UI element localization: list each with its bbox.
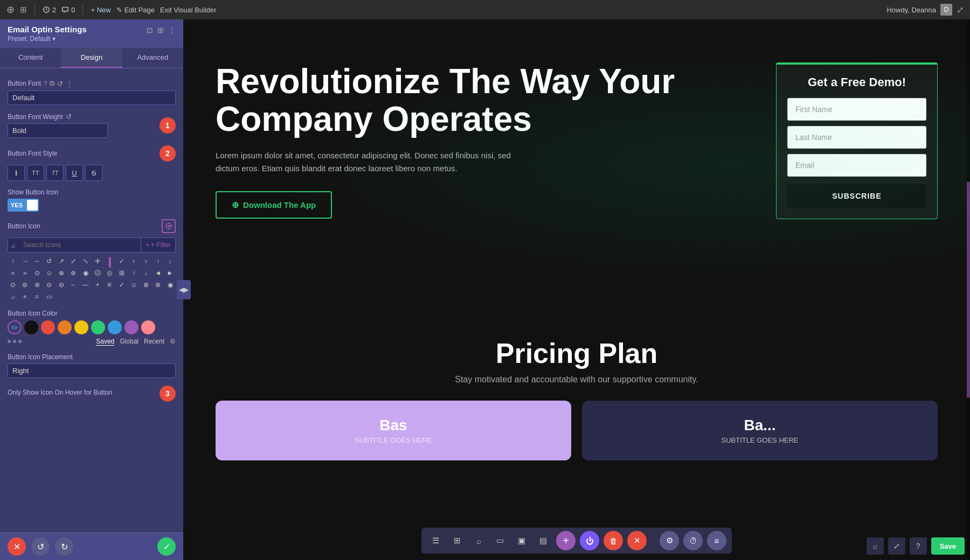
icon-cell[interactable]: ⌖ xyxy=(19,291,30,302)
rt-expand-icon[interactable]: ⤢ xyxy=(888,537,905,555)
icon-target-picker[interactable] xyxy=(162,219,176,233)
icon-cell[interactable]: ◎ xyxy=(104,268,115,278)
color-swatch-black[interactable] xyxy=(24,320,38,334)
icon-cell[interactable]: ⊛ xyxy=(68,268,79,278)
tt-button[interactable]: TT xyxy=(27,165,44,181)
reset-icon-weight[interactable]: ↺ xyxy=(66,113,72,121)
color-swatch-blue[interactable] xyxy=(108,320,122,334)
cancel-button[interactable]: ✕ xyxy=(8,537,26,556)
site-icon[interactable]: ⊞ xyxy=(20,5,27,15)
adjust-button[interactable]: ≡ xyxy=(707,531,726,550)
icon-cell[interactable]: ↔ xyxy=(32,256,43,267)
subscribe-button[interactable]: SUBSCRIBE xyxy=(787,184,926,208)
panel-icon1[interactable]: ⊡ xyxy=(147,26,153,34)
icon-cell[interactable]: ⌗ xyxy=(32,291,43,302)
underline-button[interactable]: U xyxy=(66,165,83,181)
icon-cell[interactable]: ✓ xyxy=(116,256,127,267)
exit-builder-button[interactable]: Exit Visual Builder xyxy=(160,6,217,14)
icon-cell[interactable]: — xyxy=(80,279,91,290)
icon-cell[interactable]: ☺ xyxy=(128,279,139,290)
icon-cell[interactable]: ☺ xyxy=(44,268,54,278)
new-button[interactable]: + New xyxy=(91,6,110,14)
tab-advanced[interactable]: Advanced xyxy=(122,48,183,68)
icon-cell[interactable]: ↑ xyxy=(8,256,18,267)
power-button[interactable]: ⏻ xyxy=(580,531,599,550)
comments-counter[interactable]: 0 xyxy=(61,6,75,14)
history-button[interactable]: ⏱ xyxy=(683,531,703,550)
icon-cell[interactable]: ↑ xyxy=(153,256,163,267)
icon-cell[interactable]: ↺ xyxy=(44,256,54,267)
icon-cell[interactable]: ⊙ xyxy=(8,279,18,290)
icon-cell[interactable]: ☹ xyxy=(92,268,103,278)
icon-cell[interactable]: ⌕ xyxy=(8,291,18,302)
icon-cell[interactable]: ✕ xyxy=(104,279,115,290)
rt-help-icon[interactable]: ? xyxy=(910,537,927,555)
toolbar-monitor-icon[interactable]: ▭ xyxy=(491,532,509,549)
icon-cell[interactable]: ‹ xyxy=(128,256,139,267)
icon-cell[interactable]: » xyxy=(19,268,30,278)
toolbar-tablet-icon[interactable]: ▣ xyxy=(513,532,530,549)
add-module-button[interactable]: + xyxy=(556,531,576,550)
last-name-input[interactable] xyxy=(787,126,926,149)
collapse-panel-button[interactable]: ◀ ▶ xyxy=(177,280,191,299)
color-swatch-orange[interactable] xyxy=(58,320,72,334)
help-icon-font[interactable]: ? xyxy=(44,80,47,87)
first-name-input[interactable] xyxy=(787,98,926,121)
icon-cell[interactable]: ⊖ xyxy=(56,279,67,290)
icon-cell[interactable]: « xyxy=(8,268,18,278)
edit-page-button[interactable]: ✎ Edit Page xyxy=(116,6,155,14)
icon-cell[interactable]: ⊕ xyxy=(141,279,151,290)
icon-cell[interactable]: ⤡ xyxy=(80,256,91,267)
search-icons-input[interactable] xyxy=(19,238,141,252)
filter-button[interactable]: + + Filter xyxy=(141,238,175,252)
font-weight-input[interactable] xyxy=(8,123,108,138)
scrollbar-thumb[interactable] xyxy=(967,181,970,398)
color-settings-icon[interactable]: ⚙ xyxy=(170,338,176,346)
strikethrough-button[interactable]: S xyxy=(85,165,102,181)
panel-icon3[interactable]: ⋮ xyxy=(168,26,176,34)
tab-content[interactable]: Content xyxy=(0,48,61,68)
revisions-counter[interactable]: 2 xyxy=(43,6,56,14)
icon-cell[interactable]: ↓ xyxy=(141,268,151,278)
copy-icon-font[interactable]: ⧉ xyxy=(50,79,54,88)
toolbar-grid-icon[interactable]: ⊞ xyxy=(448,532,466,549)
topbar-expand-icon[interactable]: ⤢ xyxy=(957,5,964,15)
color-swatch-green[interactable] xyxy=(91,320,105,334)
rt-search-icon[interactable]: ⌕ xyxy=(867,537,884,555)
icon-cell[interactable]: ⤢ xyxy=(68,256,79,267)
icon-cell[interactable]: ▭ xyxy=(44,291,54,302)
undo-button[interactable]: ↺ xyxy=(31,537,50,556)
hero-cta-button[interactable]: ⊕ Download The App xyxy=(216,191,332,219)
icon-cell[interactable]: ⊚ xyxy=(19,279,30,290)
color-swatch-pink[interactable] xyxy=(141,320,155,334)
reset-icon-font[interactable]: ↺ xyxy=(57,80,63,88)
icon-cell[interactable]: ✛ xyxy=(92,256,103,267)
icon-cell[interactable]: ⊛ xyxy=(32,279,43,290)
more-icon-font[interactable]: ⋮ xyxy=(66,80,73,88)
panel-icon2[interactable]: ⊞ xyxy=(157,26,164,34)
placement-select[interactable]: Right xyxy=(8,363,176,378)
color-swatch-yellow[interactable] xyxy=(74,320,88,334)
icon-cell[interactable]: ← xyxy=(68,279,79,290)
icon-cell[interactable]: ► xyxy=(165,268,176,278)
toolbar-search-icon[interactable]: ⌕ xyxy=(470,532,487,549)
icon-cell[interactable]: ↗ xyxy=(56,256,67,267)
color-tab-saved[interactable]: Saved xyxy=(96,338,114,346)
button-font-select[interactable]: Default xyxy=(8,90,176,105)
icon-cell[interactable]: ⊙ xyxy=(32,268,43,278)
redo-button[interactable]: ↻ xyxy=(55,537,73,556)
tab-design[interactable]: Design xyxy=(61,48,122,68)
color-tab-global[interactable]: Global xyxy=(120,338,138,346)
delete-button[interactable]: 🗑 xyxy=(604,531,623,550)
toolbar-menu-icon[interactable]: ☰ xyxy=(427,532,444,549)
icon-cell[interactable]: → xyxy=(19,256,30,267)
icon-cell[interactable]: ⊗ xyxy=(153,279,163,290)
icon-cell[interactable]: ✓ xyxy=(116,279,127,290)
tt2-button[interactable]: Tt xyxy=(46,165,64,181)
preset-selector[interactable]: Preset: Default ▾ xyxy=(8,35,176,43)
icon-cell[interactable]: + xyxy=(92,279,103,290)
wp-icon[interactable]: ⊕ xyxy=(6,4,15,16)
icon-cell[interactable]: ↑ xyxy=(128,268,139,278)
icon-cell[interactable]: ⊞ xyxy=(116,268,127,278)
settings-circle-button[interactable]: ⚙ xyxy=(660,531,679,550)
